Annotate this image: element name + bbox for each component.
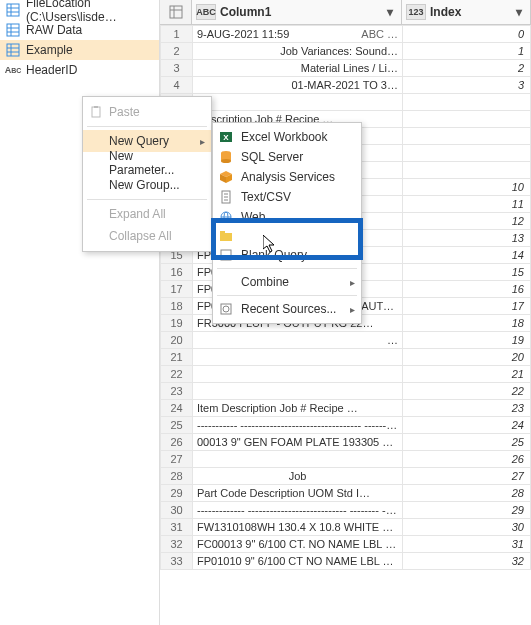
query-label: RAW Data bbox=[26, 23, 82, 37]
row-number: 33 bbox=[161, 553, 193, 570]
menu-recent-sources[interactable]: Recent Sources... bbox=[213, 299, 361, 319]
table-row[interactable]: 33FP01010 9" 6/100 CT NO NAME LBL EA …32 bbox=[161, 553, 531, 570]
menu-analysis-services[interactable]: Analysis Services bbox=[213, 167, 361, 187]
query-item-headerid[interactable]: ABC HeaderID bbox=[0, 60, 159, 80]
row-number: 4 bbox=[161, 77, 193, 94]
file-icon bbox=[219, 190, 233, 204]
menu-separator bbox=[217, 295, 357, 296]
cell-column1: ------------- --------------------------… bbox=[193, 502, 403, 519]
table-row[interactable]: 19-AUG-2021 11:59ABC …0 bbox=[161, 26, 531, 43]
cell-index: 23 bbox=[403, 400, 531, 417]
table-row[interactable] bbox=[161, 94, 531, 111]
cell-index: 14 bbox=[403, 247, 531, 264]
database-icon bbox=[219, 150, 233, 164]
query-item-filelocation[interactable]: FileLocation (C:\Users\lisde… bbox=[0, 0, 159, 20]
menu-web[interactable]: Web bbox=[213, 207, 361, 227]
query-label: HeaderID bbox=[26, 63, 77, 77]
table-row[interactable]: 3Material Lines / Li…2 bbox=[161, 60, 531, 77]
table-icon bbox=[6, 43, 20, 57]
row-number: 24 bbox=[161, 400, 193, 417]
table-row[interactable]: 32FC00013 9" 6/100 CT. NO NAME LBL EA …3… bbox=[161, 536, 531, 553]
cell-column1 bbox=[193, 94, 403, 111]
cell-index bbox=[403, 145, 531, 162]
chevron-down-icon[interactable]: ▾ bbox=[383, 5, 397, 19]
cell-index: 2 bbox=[403, 60, 531, 77]
table-row[interactable]: 2322 bbox=[161, 383, 531, 400]
row-number-header[interactable] bbox=[160, 0, 192, 24]
cell-column1: FW1310108WH 130.4 X 10.8 WHITE KG … bbox=[193, 519, 403, 536]
table-row[interactable]: 30------------- ------------------------… bbox=[161, 502, 531, 519]
query-label: FileLocation (C:\Users\lisde… bbox=[26, 0, 153, 24]
cell-column1: … bbox=[193, 332, 403, 349]
cell-index: 1 bbox=[403, 43, 531, 60]
cell-column1: Item Description Job # Recipe … bbox=[193, 400, 403, 417]
cell-index: 22 bbox=[403, 383, 531, 400]
cell-index: 13 bbox=[403, 230, 531, 247]
menu-combine[interactable]: Combine bbox=[213, 272, 361, 292]
column-header-index[interactable]: 123 Index ▾ bbox=[402, 0, 531, 24]
table-row[interactable]: 2726 bbox=[161, 451, 531, 468]
cell-index: 25 bbox=[403, 434, 531, 451]
column-headers: ABC Column1 ▾ 123 Index ▾ bbox=[160, 0, 531, 25]
row-number: 32 bbox=[161, 536, 193, 553]
table-row[interactable]: 29Part Code Description UOM Std I…28 bbox=[161, 485, 531, 502]
menu-hidden-item[interactable] bbox=[213, 227, 361, 245]
cell-column1: 01-MAR-2021 TO 3… bbox=[193, 77, 403, 94]
row-number: 20 bbox=[161, 332, 193, 349]
cell-index bbox=[403, 94, 531, 111]
table-icon bbox=[6, 23, 20, 37]
svg-rect-16 bbox=[94, 106, 98, 108]
menu-text-csv[interactable]: Text/CSV bbox=[213, 187, 361, 207]
table-row[interactable]: 401-MAR-2021 TO 3…3 bbox=[161, 77, 531, 94]
menu-expand-all: Expand All bbox=[83, 203, 211, 225]
table-row[interactable]: 25----------- --------------------------… bbox=[161, 417, 531, 434]
menu-separator bbox=[87, 126, 207, 127]
cell-index bbox=[403, 128, 531, 145]
data-grid[interactable]: 19-AUG-2021 11:59ABC …02Job Variances: S… bbox=[160, 25, 531, 625]
menu-excel-workbook[interactable]: X Excel Workbook bbox=[213, 127, 361, 147]
cell-index: 10 bbox=[403, 179, 531, 196]
number-type-icon: 123 bbox=[406, 4, 426, 20]
row-number: 27 bbox=[161, 451, 193, 468]
column-name: Index bbox=[430, 5, 461, 19]
query-label: Example bbox=[26, 43, 73, 57]
menu-blank-query[interactable]: Blank Query bbox=[213, 245, 361, 265]
menu-sql-server[interactable]: SQL Server bbox=[213, 147, 361, 167]
cell-column1 bbox=[193, 383, 403, 400]
cell-index: 30 bbox=[403, 519, 531, 536]
svg-text:X: X bbox=[223, 133, 229, 142]
menu-new-group[interactable]: New Group... bbox=[83, 174, 211, 196]
row-number: 2 bbox=[161, 43, 193, 60]
table-row[interactable]: 2Job Variances: Sound…1 bbox=[161, 43, 531, 60]
row-number: 3 bbox=[161, 60, 193, 77]
table-row[interactable]: 20…19 bbox=[161, 332, 531, 349]
table-icon bbox=[6, 3, 20, 17]
table-row[interactable]: 2120 bbox=[161, 349, 531, 366]
cell-index: 29 bbox=[403, 502, 531, 519]
table-row[interactable]: 31FW1310108WH 130.4 X 10.8 WHITE KG …30 bbox=[161, 519, 531, 536]
excel-icon: X bbox=[219, 130, 233, 144]
blank-query-icon bbox=[219, 248, 233, 262]
menu-separator bbox=[87, 199, 207, 200]
svg-rect-4 bbox=[7, 24, 19, 36]
cube-icon bbox=[219, 170, 233, 184]
table-row[interactable]: 28Job27 bbox=[161, 468, 531, 485]
row-number: 25 bbox=[161, 417, 193, 434]
cell-column1: Job bbox=[193, 468, 403, 485]
cell-column1: 9-AUG-2021 11:59ABC … bbox=[193, 26, 403, 43]
context-menu-queries: Paste New Query New Parameter... New Gro… bbox=[82, 96, 212, 252]
menu-new-parameter[interactable]: New Parameter... bbox=[83, 152, 211, 174]
table-row[interactable]: 2221 bbox=[161, 366, 531, 383]
query-item-example[interactable]: Example bbox=[0, 40, 159, 60]
svg-rect-0 bbox=[7, 4, 19, 16]
cell-column1: Material Lines / Li… bbox=[193, 60, 403, 77]
cell-column1: Job Variances: Sound… bbox=[193, 43, 403, 60]
cell-column1: FC00013 9" 6/100 CT. NO NAME LBL EA … bbox=[193, 536, 403, 553]
column-header-column1[interactable]: ABC Column1 ▾ bbox=[192, 0, 402, 24]
row-number: 26 bbox=[161, 434, 193, 451]
chevron-down-icon[interactable]: ▾ bbox=[512, 5, 526, 19]
menu-paste: Paste bbox=[83, 101, 211, 123]
table-row[interactable]: 2600013 9" GEN FOAM PLATE 193305 000…25 bbox=[161, 434, 531, 451]
cell-index: 12 bbox=[403, 213, 531, 230]
table-row[interactable]: 24Item Description Job # Recipe …23 bbox=[161, 400, 531, 417]
